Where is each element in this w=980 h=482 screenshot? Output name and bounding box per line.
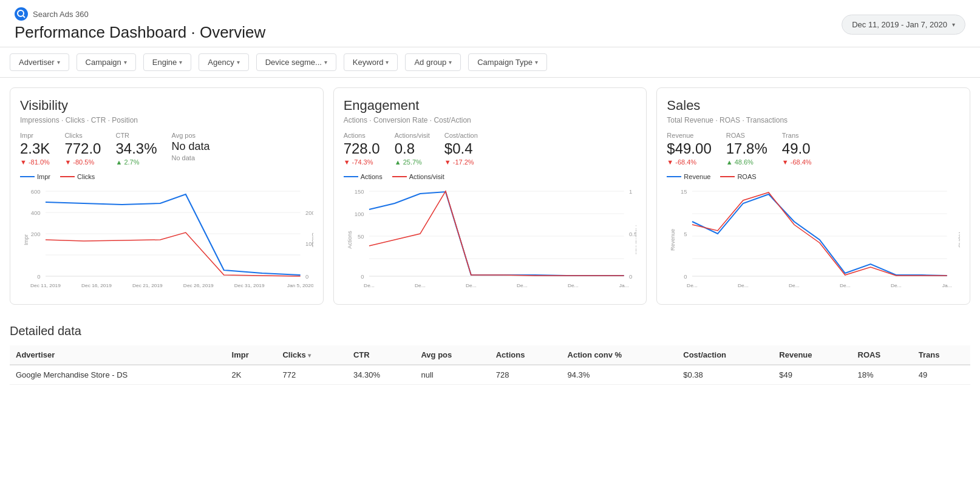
clicks-change: ▼ -80.5% [64, 158, 101, 166]
svg-text:De...: De... [568, 283, 579, 288]
filter-campaign[interactable]: Campaign▾ [77, 53, 136, 71]
svg-text:50: 50 [358, 234, 364, 240]
cell-cost-action: $0.38 [677, 365, 773, 385]
filter-campaign_type[interactable]: Campaign Type▾ [468, 53, 547, 71]
impr-label: Impr [20, 132, 50, 139]
chevron-down-icon: ▾ [237, 59, 240, 66]
svg-text:De...: De... [517, 283, 528, 288]
legend-impr: Impr [20, 173, 50, 180]
visibility-subtitle: Impressions · Clicks · CTR · Position [20, 116, 313, 124]
legend-clicks-label: Clicks [77, 173, 95, 180]
roas-legend-line [720, 176, 735, 177]
sales-title: Sales [667, 98, 960, 114]
filter-label: Agency [208, 58, 234, 67]
filter-advertiser[interactable]: Advertiser▾ [10, 53, 69, 71]
legend-revenue: Revenue [667, 173, 710, 180]
visibility-chart: 600 400 200 0 Impr 200 100 0 Clicks Dec … [20, 185, 313, 294]
legend-actions-label: Actions [361, 173, 383, 180]
svg-text:Revenue: Revenue [670, 229, 676, 251]
svg-text:Actions/visit: Actions/visit [634, 225, 636, 254]
svg-text:400: 400 [31, 210, 41, 216]
legend-revenue-label: Revenue [684, 173, 710, 180]
date-range-button[interactable]: Dec 11, 2019 - Jan 7, 2020 ▾ [842, 15, 965, 35]
cell-revenue: $49 [773, 365, 851, 385]
filter-engine[interactable]: Engine▾ [143, 53, 191, 71]
sales-chart: 15 5 0 Revenue ROAS De... De... De... De… [667, 185, 960, 294]
roas-value: 17.8% [726, 140, 767, 157]
legend-roas: ROAS [720, 173, 756, 180]
visibility-title: Visibility [20, 98, 313, 114]
legend-roas-label: ROAS [737, 173, 756, 180]
svg-text:Clicks: Clicks [311, 233, 313, 247]
revenue-legend-line [667, 176, 681, 177]
svg-text:Dec 16, 2019: Dec 16, 2019 [81, 283, 112, 288]
cell-clicks: 772 [276, 365, 347, 385]
brand-logo [15, 7, 28, 21]
chevron-down-icon: ▾ [386, 59, 389, 66]
col-header-actions: Actions [490, 345, 562, 365]
actions-label: Actions [344, 132, 380, 139]
metric-clicks: Clicks 772.0 ▼ -80.5% [64, 132, 101, 166]
filter-label: Campaign [86, 58, 121, 67]
svg-text:Impr: Impr [22, 234, 29, 245]
data-table: Advertiser Impr Clicks ▾ CTR Avg pos Act… [10, 345, 970, 385]
filter-adgroup[interactable]: Ad group▾ [405, 53, 461, 71]
col-header-clicks[interactable]: Clicks ▾ [276, 345, 347, 365]
chevron-down-icon: ▾ [179, 59, 182, 66]
filter-keyword[interactable]: Keyword▾ [344, 53, 398, 71]
cost-action-value: $0.4 [444, 140, 478, 157]
col-header-revenue: Revenue [773, 345, 851, 365]
metric-impr: Impr 2.3K ▼ -81.0% [20, 132, 50, 166]
trans-change: ▼ -68.4% [782, 158, 812, 166]
sort-icon: ▾ [308, 352, 311, 359]
page-title: Performance Dashboard · Overview [15, 23, 265, 42]
table-header-row: Advertiser Impr Clicks ▾ CTR Avg pos Act… [10, 345, 970, 365]
filter-bar: Advertiser▾Campaign▾Engine▾Agency▾Device… [0, 47, 980, 78]
avgpos-change: No data [172, 154, 210, 161]
svg-text:ROAS: ROAS [958, 232, 960, 248]
metric-actions-visit: Actions/visit 0.8 ▲ 25.7% [395, 132, 430, 166]
cell-roas: 18% [852, 365, 913, 385]
metric-ctr: CTR 34.3% ▲ 2.7% [115, 132, 157, 166]
revenue-value: $49.00 [667, 140, 711, 157]
svg-text:Ja...: Ja... [942, 283, 952, 288]
svg-text:Jan 5, 2020: Jan 5, 2020 [287, 283, 313, 288]
trans-value: 49.0 [782, 140, 812, 157]
metric-trans: Trans 49.0 ▼ -68.4% [782, 132, 812, 166]
svg-text:600: 600 [31, 189, 41, 195]
svg-text:0: 0 [305, 274, 308, 280]
col-header-roas: ROAS [852, 345, 913, 365]
svg-text:Dec 26, 2019: Dec 26, 2019 [183, 283, 214, 288]
impr-value: 2.3K [20, 140, 50, 157]
engagement-metrics: Actions 728.0 ▼ -74.3% Actions/visit 0.8… [344, 132, 637, 166]
legend-actions: Actions [344, 173, 383, 180]
legend-actions-visit-label: Actions/visit [409, 173, 444, 180]
svg-text:150: 150 [354, 189, 364, 195]
header: Search Ads 360 Performance Dashboard · O… [0, 0, 980, 47]
revenue-change: ▼ -68.4% [667, 158, 711, 166]
cell-action-conv: 94.3% [562, 365, 678, 385]
detailed-title: Detailed data [10, 324, 970, 338]
svg-text:Dec 31, 2019: Dec 31, 2019 [234, 283, 265, 288]
svg-text:1: 1 [629, 189, 632, 195]
cell-avgpos: null [415, 365, 489, 385]
actions-change: ▼ -74.3% [344, 158, 380, 166]
svg-text:Ja...: Ja... [619, 283, 628, 288]
svg-text:De...: De... [415, 283, 426, 288]
filter-agency[interactable]: Agency▾ [199, 53, 248, 71]
roas-change: ▲ 48.6% [726, 158, 767, 166]
actions-visit-value: 0.8 [395, 140, 430, 157]
impr-change: ▼ -81.0% [20, 158, 50, 166]
date-range-label: Dec 11, 2019 - Jan 7, 2020 [852, 20, 947, 29]
sales-legend: Revenue ROAS [667, 173, 960, 180]
filter-device[interactable]: Device segme...▾ [256, 53, 336, 71]
revenue-label: Revenue [667, 132, 711, 139]
filter-label: Campaign Type [477, 58, 533, 67]
svg-text:0: 0 [684, 274, 687, 280]
brand: Search Ads 360 [15, 7, 265, 21]
actions-legend-line [344, 176, 358, 177]
cell-trans: 49 [913, 365, 970, 385]
cell-actions: 728 [490, 365, 562, 385]
col-header-advertiser: Advertiser [10, 345, 226, 365]
svg-text:De...: De... [364, 283, 375, 288]
